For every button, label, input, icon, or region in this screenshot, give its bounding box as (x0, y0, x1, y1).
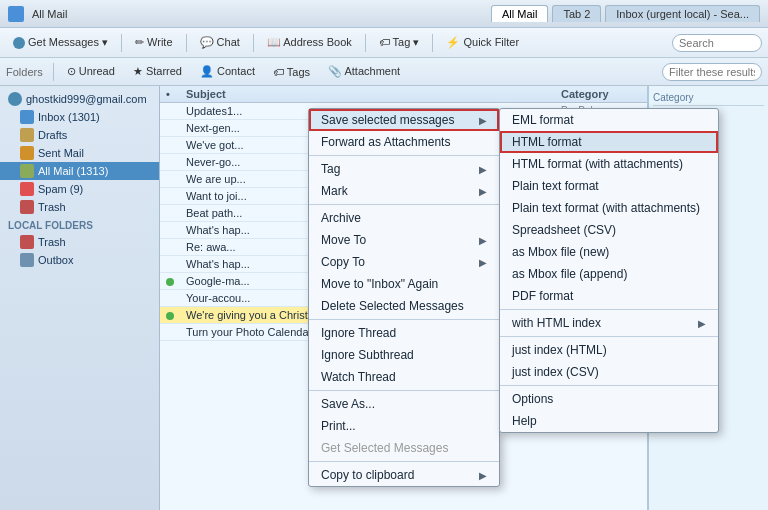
menu-item-save-as[interactable]: Save As... (309, 393, 499, 415)
plain-label: Plain text format (512, 179, 599, 193)
attachment-filter[interactable]: 📎 Attachment (321, 62, 407, 81)
menu-item-ignore-subthread[interactable]: Ignore Subthread (309, 344, 499, 366)
sidebar-item-account[interactable]: ghostkid999@gmail.com (0, 90, 159, 108)
sidebar-item-local-trash[interactable]: Trash (0, 233, 159, 251)
format-html[interactable]: HTML format (500, 131, 718, 153)
msg-dot (166, 295, 174, 303)
menu-item-move-inbox[interactable]: Move to "Inbox" Again (309, 273, 499, 295)
menu-item-save-selected[interactable]: Save selected messages ▶ (309, 109, 499, 131)
copy-to-label: Copy To (321, 255, 365, 269)
sidebar-item-drafts[interactable]: Drafts (0, 126, 159, 144)
menu-sep-2 (309, 204, 499, 205)
format-plain-attach[interactable]: Plain text format (with attachments) (500, 197, 718, 219)
context-menu-save-formats: EML format HTML format HTML format (with… (499, 108, 719, 433)
mbox-new-label: as Mbox file (new) (512, 245, 609, 259)
menu-sep-3 (309, 319, 499, 320)
format-plain[interactable]: Plain text format (500, 175, 718, 197)
menu-item-tag[interactable]: Tag ▶ (309, 158, 499, 180)
address-book-button[interactable]: 📖 Address Book (260, 33, 359, 52)
spreadsheet-label: Spreadsheet (CSV) (512, 223, 616, 237)
chat-button[interactable]: 💬 Chat (193, 33, 247, 52)
just-html-label: just index (HTML) (512, 343, 607, 357)
menu-item-mark[interactable]: Mark ▶ (309, 180, 499, 202)
menu-item-copy-clipboard[interactable]: Copy to clipboard ▶ (309, 464, 499, 486)
trash-icon (20, 200, 34, 214)
move-to-label: Move To (321, 233, 366, 247)
unread-filter[interactable]: ⊙ Unread (60, 62, 122, 81)
tab-allmail[interactable]: All Mail (491, 5, 548, 22)
tab-2[interactable]: Tab 2 (552, 5, 601, 22)
eml-label: EML format (512, 113, 574, 127)
format-spreadsheet[interactable]: Spreadsheet (CSV) (500, 219, 718, 241)
filter-input[interactable] (662, 63, 762, 81)
quick-filter-button[interactable]: ⚡ Quick Filter (439, 33, 526, 52)
account-label: ghostkid999@gmail.com (26, 93, 147, 105)
sep6 (53, 63, 54, 81)
menu-item-print[interactable]: Print... (309, 415, 499, 437)
trash-label: Trash (38, 201, 66, 213)
write-button[interactable]: ✏ Write (128, 33, 180, 52)
drafts-icon (20, 128, 34, 142)
menu-item-watch-thread[interactable]: Watch Thread (309, 366, 499, 388)
menu-item-forward-attachments[interactable]: Forward as Attachments (309, 131, 499, 153)
sep4 (365, 34, 366, 52)
sent-icon (20, 146, 34, 160)
tab-inbox[interactable]: Inbox (urgent local) - Sea... (605, 5, 760, 22)
html-index-arrow: ▶ (698, 318, 706, 329)
format-html-index[interactable]: with HTML index ▶ (500, 312, 718, 334)
tag-button[interactable]: 🏷 Tag ▾ (372, 33, 427, 52)
contact-filter[interactable]: 👤 Contact (193, 62, 262, 81)
format-options[interactable]: Options (500, 388, 718, 410)
starred-filter[interactable]: ★ Starred (126, 62, 189, 81)
format-eml[interactable]: EML format (500, 109, 718, 131)
sidebar-item-spam[interactable]: Spam (9) (0, 180, 159, 198)
spam-label: Spam (9) (38, 183, 83, 195)
menu-item-ignore-thread[interactable]: Ignore Thread (309, 322, 499, 344)
tags-filter[interactable]: 🏷 Tags (266, 63, 317, 81)
save-selected-label: Save selected messages (321, 113, 454, 127)
sidebar-item-sent[interactable]: Sent Mail (0, 144, 159, 162)
sidebar-item-outbox[interactable]: Outbox (0, 251, 159, 269)
menu-item-copy-to[interactable]: Copy To ▶ (309, 251, 499, 273)
inbox-label: Inbox (1301) (38, 111, 100, 123)
sidebar-item-inbox[interactable]: Inbox (1301) (0, 108, 159, 126)
format-mbox-append[interactable]: as Mbox file (append) (500, 263, 718, 285)
menu-item-archive[interactable]: Archive (309, 207, 499, 229)
sidebar-item-allmail[interactable]: All Mail (1313) (0, 162, 159, 180)
menu2-sep-1 (500, 309, 718, 310)
menu2-sep-2 (500, 336, 718, 337)
menu-item-delete-selected[interactable]: Delete Selected Messages (309, 295, 499, 317)
print-label: Print... (321, 419, 356, 433)
format-html-attach[interactable]: HTML format (with attachments) (500, 153, 718, 175)
format-help[interactable]: Help (500, 410, 718, 432)
sidebar-item-trash[interactable]: Trash (0, 198, 159, 216)
format-mbox-new[interactable]: as Mbox file (new) (500, 241, 718, 263)
menu2-sep-3 (500, 385, 718, 386)
msg-dot (166, 193, 174, 201)
ignore-thread-label: Ignore Thread (321, 326, 396, 340)
sent-label: Sent Mail (38, 147, 84, 159)
msg-dot (166, 125, 174, 133)
sep2 (186, 34, 187, 52)
allmail-icon (20, 164, 34, 178)
menu-item-move-to[interactable]: Move To ▶ (309, 229, 499, 251)
search-input[interactable] (672, 34, 762, 52)
sep1 (121, 34, 122, 52)
inbox-icon (20, 110, 34, 124)
archive-label: Archive (321, 211, 361, 225)
format-just-html[interactable]: just index (HTML) (500, 339, 718, 361)
format-pdf[interactable]: PDF format (500, 285, 718, 307)
format-just-csv[interactable]: just index (CSV) (500, 361, 718, 383)
folder-sidebar: ghostkid999@gmail.com Inbox (1301) Draft… (0, 86, 160, 510)
delete-selected-label: Delete Selected Messages (321, 299, 464, 313)
options-label: Options (512, 392, 553, 406)
outbox-label: Outbox (38, 254, 73, 266)
local-trash-label: Trash (38, 236, 66, 248)
get-messages-button[interactable]: Get Messages ▾ (6, 33, 115, 52)
filter-label: Folders (6, 66, 43, 78)
mbox-append-label: as Mbox file (append) (512, 267, 627, 281)
col-dot-header: • (166, 88, 186, 100)
allmail-label: All Mail (1313) (38, 165, 108, 177)
menu-sep-5 (309, 461, 499, 462)
watch-thread-label: Watch Thread (321, 370, 396, 384)
